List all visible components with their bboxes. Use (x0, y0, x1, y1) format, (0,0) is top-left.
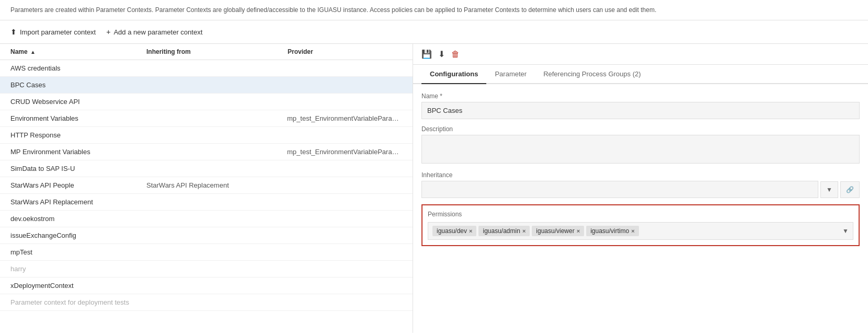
inheritance-label: Inheritance (421, 171, 860, 179)
permissions-label: Permissions (428, 211, 853, 218)
list-items: AWS credentials BPC Cases CRUD Webservic… (0, 60, 413, 311)
remove-tag-iguasu-dev[interactable]: × (469, 228, 472, 234)
import-button[interactable]: ⬆ Import parameter context (10, 26, 96, 38)
name-label: Name * (421, 92, 860, 100)
col-provider-header: Provider (288, 48, 313, 55)
save-icon[interactable]: 💾 (421, 49, 432, 59)
list-item[interactable]: harry (0, 261, 413, 277)
list-item[interactable]: MP Environment Variables mp_test_Environ… (0, 144, 413, 160)
description-textarea[interactable] (421, 135, 860, 164)
list-item[interactable]: mpTest (0, 244, 413, 261)
col-inheriting-header: Inheriting from (146, 48, 288, 55)
left-panel: Name ▲ Inheriting from Provider AWS cred… (0, 44, 413, 333)
form-area: Name * Description Inheritance ▼ 🔗 Permi… (413, 84, 868, 254)
add-icon: + (106, 28, 110, 36)
right-panel: 💾 ⬇ 🗑 Configurations Parameter Referenci… (413, 44, 868, 333)
inheritance-select-row: ▼ 🔗 (421, 181, 860, 198)
import-icon: ⬆ (10, 28, 17, 36)
list-item[interactable]: HTTP Response (0, 127, 413, 144)
col-name-header: Name ▲ (10, 48, 146, 55)
remove-tag-iguasu-admin[interactable]: × (522, 228, 526, 234)
name-input[interactable] (421, 102, 860, 119)
permissions-box: Permissions iguasu/dev × iguasu/admin × … (421, 204, 860, 246)
list-item[interactable]: Environment Variables mp_test_Environmen… (0, 110, 413, 127)
list-item[interactable]: BPC Cases (0, 77, 413, 94)
add-button[interactable]: + Add a new parameter context (106, 26, 202, 38)
list-header: Name ▲ Inheriting from Provider (0, 44, 413, 60)
permissions-tags-row[interactable]: iguasu/dev × iguasu/admin × iguasu/viewe… (428, 222, 853, 240)
list-item[interactable]: StarWars API People StarWars API Replace… (0, 177, 413, 194)
list-item[interactable]: Parameter context for deployment tests (0, 294, 413, 311)
tab-configurations[interactable]: Configurations (421, 65, 486, 84)
remove-tag-iguasu-virtimo[interactable]: × (631, 228, 634, 234)
list-item[interactable]: xDeploymentContext (0, 277, 413, 294)
permission-tag: iguasu/admin × (478, 226, 530, 236)
main-layout: Name ▲ Inheriting from Provider AWS cred… (0, 44, 868, 333)
delete-icon[interactable]: 🗑 (451, 50, 460, 59)
sort-arrow: ▲ (30, 49, 36, 55)
permission-tag: iguasu/viewer × (532, 226, 584, 236)
toolbar: ⬆ Import parameter context + Add a new p… (0, 20, 868, 44)
inheritance-chevron[interactable]: ▼ (820, 181, 838, 198)
permission-tag: iguasu/virtimo × (586, 226, 638, 236)
permission-tag: iguasu/dev × (432, 226, 476, 236)
inheritance-link-icon[interactable]: 🔗 (840, 181, 860, 198)
list-item[interactable]: CRUD Webservice API (0, 94, 413, 110)
remove-tag-iguasu-viewer[interactable]: × (577, 228, 580, 234)
tab-parameter[interactable]: Parameter (486, 65, 535, 84)
right-toolbar: 💾 ⬇ 🗑 (413, 44, 868, 65)
tab-referencing-process-groups[interactable]: Referencing Process Groups (2) (535, 65, 649, 84)
permissions-chevron[interactable]: ▼ (842, 227, 849, 235)
list-item[interactable]: StarWars API Replacement (0, 194, 413, 211)
list-item[interactable]: SimData to SAP IS-U (0, 160, 413, 177)
top-description: Parameters are created within Parameter … (0, 0, 868, 20)
tabs: Configurations Parameter Referencing Pro… (413, 65, 868, 84)
description-label: Description (421, 125, 860, 133)
inheritance-select[interactable] (421, 181, 818, 198)
list-item[interactable]: AWS credentials (0, 60, 413, 77)
download-icon[interactable]: ⬇ (438, 49, 445, 59)
list-item[interactable]: issueExchangeConfig (0, 227, 413, 244)
list-item[interactable]: dev.oekostrom (0, 211, 413, 227)
